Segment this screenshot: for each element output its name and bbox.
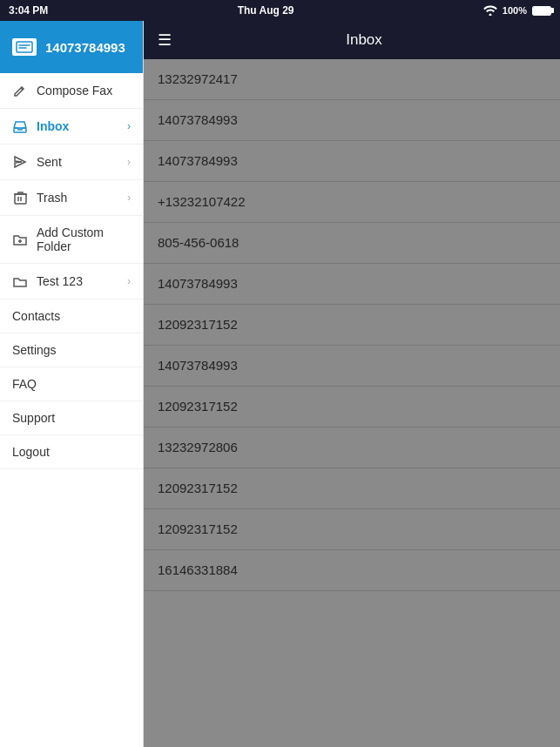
battery-percent: 100% <box>503 5 527 16</box>
sidebar-item-add-folder[interactable]: Add Custom Folder <box>0 216 143 264</box>
sidebar-item-logout[interactable]: Logout <box>0 435 143 469</box>
fax-list-item[interactable]: +13232107422 <box>144 182 560 223</box>
sidebar: 14073784993 Compose Fax <box>0 21 144 747</box>
app-container: 14073784993 Compose Fax <box>0 21 560 747</box>
trash-icon <box>12 190 28 205</box>
wifi-icon <box>483 5 497 16</box>
fax-logo-icon <box>12 38 37 56</box>
fax-number: 13232972806 <box>158 440 238 454</box>
fax-number: 12092317152 <box>158 317 238 332</box>
sidebar-item-settings[interactable]: Settings <box>0 333 143 367</box>
inbox-title: Inbox <box>182 31 546 49</box>
compose-label: Compose Fax <box>37 84 131 98</box>
fax-list-item[interactable]: 14073784993 <box>144 100 560 141</box>
fax-list-item[interactable]: 13232972417 <box>144 59 560 100</box>
fax-number: 13232972417 <box>158 71 238 86</box>
fax-list-item[interactable]: 16146331884 <box>144 550 560 591</box>
contacts-label: Contacts <box>12 309 131 323</box>
sent-chevron: › <box>127 156 131 168</box>
fax-number: 12092317152 <box>158 522 238 536</box>
sent-icon <box>12 154 28 170</box>
sidebar-item-trash[interactable]: Trash › <box>0 180 143 216</box>
sidebar-item-compose[interactable]: Compose Fax <box>0 73 143 109</box>
fax-list-item[interactable]: 14073784993 <box>144 141 560 182</box>
sidebar-item-test123[interactable]: Test 123 › <box>0 264 143 299</box>
fax-number: 14073784993 <box>158 358 238 373</box>
fax-list-item[interactable]: 13232972806 <box>144 427 560 468</box>
add-folder-label: Add Custom Folder <box>37 225 131 253</box>
settings-label: Settings <box>12 343 131 357</box>
fax-number: 12092317152 <box>158 481 238 495</box>
svg-rect-0 <box>17 42 32 52</box>
fax-number: 14073784993 <box>158 112 238 127</box>
fax-number: 12092317152 <box>158 399 238 414</box>
sidebar-item-faq[interactable]: FAQ <box>0 367 143 401</box>
sent-label: Sent <box>37 155 118 169</box>
hamburger-icon[interactable]: ☰ <box>158 30 172 50</box>
fax-number: 805-456-0618 <box>158 235 239 250</box>
fax-list-item[interactable]: 12092317152 <box>144 387 560 427</box>
main-header: ☰ Inbox <box>144 21 560 59</box>
inbox-icon <box>12 118 28 134</box>
fax-list: 132329724171407378499314073784993+132321… <box>144 59 560 747</box>
test123-label: Test 123 <box>37 274 118 288</box>
fax-list-item[interactable]: 12092317152 <box>144 305 560 346</box>
fax-list-item[interactable]: 14073784993 <box>144 264 560 305</box>
support-label: Support <box>12 411 131 425</box>
sidebar-menu: Compose Fax Inbox › <box>0 73 143 747</box>
edit-icon <box>12 83 28 98</box>
fax-list-item[interactable]: 805-456-0618 <box>144 223 560 264</box>
sidebar-item-contacts[interactable]: Contacts <box>0 299 143 333</box>
fax-number: 16146331884 <box>158 562 238 577</box>
battery-icon <box>532 6 551 16</box>
fax-list-item[interactable]: 14073784993 <box>144 346 560 387</box>
test123-chevron: › <box>127 275 131 287</box>
fax-number: 14073784993 <box>158 276 238 291</box>
fax-number: 14073784993 <box>158 153 238 168</box>
folder-icon <box>12 273 28 289</box>
faq-label: FAQ <box>12 377 131 391</box>
main-panel: ☰ Inbox 13232972417140737849931407378499… <box>144 21 560 747</box>
status-bar: 3:04 PM Thu Aug 29 100% <box>0 0 560 21</box>
status-date: Thu Aug 29 <box>238 4 294 17</box>
inbox-label: Inbox <box>37 119 118 133</box>
inbox-chevron: › <box>127 120 131 132</box>
fax-number: +13232107422 <box>158 194 246 209</box>
fax-list-item[interactable]: 12092317152 <box>144 509 560 550</box>
sidebar-item-inbox[interactable]: Inbox › <box>0 109 143 145</box>
status-right: 100% <box>483 5 551 16</box>
sidebar-item-sent[interactable]: Sent › <box>0 145 143 180</box>
sidebar-item-support[interactable]: Support <box>0 401 143 435</box>
trash-chevron: › <box>127 192 131 204</box>
account-number: 14073784993 <box>45 40 125 55</box>
fax-list-item[interactable]: 12092317152 <box>144 468 560 509</box>
logout-label: Logout <box>12 445 131 459</box>
add-folder-icon <box>12 232 28 247</box>
status-time: 3:04 PM <box>9 4 48 17</box>
sidebar-header: 14073784993 <box>0 21 143 73</box>
trash-label: Trash <box>37 191 118 205</box>
